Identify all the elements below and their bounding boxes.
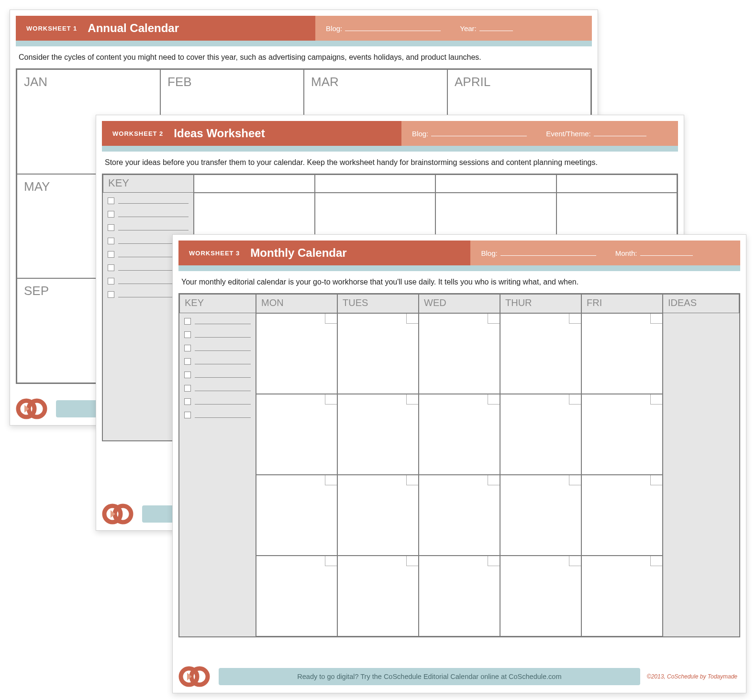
checkbox-icon[interactable] [184, 398, 191, 405]
day-header: MON [256, 294, 337, 313]
day-cell[interactable] [419, 394, 500, 475]
day-cell[interactable] [419, 313, 500, 394]
checkbox-icon[interactable] [108, 197, 114, 204]
teal-bar [178, 265, 740, 271]
day-cell[interactable] [419, 556, 500, 636]
checkbox-icon[interactable] [108, 251, 114, 258]
footer: Ready to go digital? Try the CoSchedule … [178, 666, 740, 687]
copyright-text: ©2013, CoSchedule by Todaymade [647, 673, 740, 680]
checkbox-icon[interactable] [184, 358, 191, 365]
key-item[interactable] [184, 345, 251, 351]
key-line[interactable] [195, 412, 251, 418]
blog-line[interactable] [500, 249, 596, 256]
key-line[interactable] [195, 332, 251, 338]
key-line[interactable] [118, 225, 189, 230]
worksheet-label: WORKSHEET 1 [26, 25, 77, 32]
checkbox-icon[interactable] [108, 211, 114, 218]
header-right: Blog: Month: [470, 241, 740, 265]
header: WORKSHEET 2 Ideas Worksheet Blog: Event/… [102, 121, 678, 146]
day-cell[interactable] [500, 394, 581, 475]
day-cell[interactable] [500, 556, 581, 636]
svg-point-1 [29, 401, 45, 417]
monthly-grid: KEY MON TUES WED THUR FRI IDEAS [178, 293, 740, 637]
key-item[interactable] [108, 224, 189, 231]
blog-line[interactable] [431, 129, 527, 136]
key-line[interactable] [195, 399, 251, 405]
checkbox-icon[interactable] [184, 318, 191, 325]
day-cell[interactable] [256, 556, 337, 636]
key-item[interactable] [184, 318, 251, 325]
event-line[interactable] [594, 129, 646, 136]
day-cell[interactable] [256, 475, 337, 556]
ideas-column[interactable] [663, 313, 739, 636]
ideas-header: IDEAS [663, 294, 739, 313]
day-cell[interactable] [581, 394, 663, 475]
checkbox-icon[interactable] [108, 291, 114, 298]
key-line[interactable] [195, 359, 251, 364]
key-item[interactable] [108, 211, 189, 218]
key-header: KEY [103, 175, 194, 193]
day-cell[interactable] [337, 394, 419, 475]
key-header: KEY [179, 294, 256, 313]
checkbox-icon[interactable] [184, 412, 191, 418]
month-line[interactable] [640, 249, 693, 256]
blog-label: Blog: [412, 130, 428, 138]
checkbox-icon[interactable] [184, 385, 191, 392]
key-item[interactable] [184, 358, 251, 365]
day-cell[interactable] [581, 556, 663, 636]
teal-bar [102, 146, 678, 152]
year-line[interactable] [479, 24, 513, 31]
key-line[interactable] [118, 198, 189, 204]
day-cell[interactable] [419, 475, 500, 556]
worksheet-title: Monthly Calendar [250, 246, 346, 260]
checkbox-icon[interactable] [108, 238, 114, 244]
blog-line[interactable] [345, 24, 441, 31]
day-cell[interactable] [581, 475, 663, 556]
key-item[interactable] [184, 331, 251, 338]
header: WORKSHEET 3 Monthly Calendar Blog: Month… [178, 241, 740, 265]
key-item[interactable] [184, 385, 251, 392]
checkbox-icon[interactable] [184, 345, 191, 351]
header-left: WORKSHEET 1 Annual Calendar [16, 16, 315, 41]
year-field: Year: [460, 24, 512, 33]
key-item[interactable] [184, 412, 251, 418]
col-header [435, 175, 556, 193]
day-cell[interactable] [337, 556, 419, 636]
day-cell[interactable] [256, 394, 337, 475]
checkbox-icon[interactable] [108, 278, 114, 284]
key-item[interactable] [108, 197, 189, 204]
day-cell[interactable] [337, 475, 419, 556]
month-label: Month: [615, 249, 637, 257]
teal-bar [16, 41, 592, 46]
svg-point-5 [191, 668, 208, 685]
day-header: FRI [581, 294, 663, 313]
day-cell[interactable] [500, 313, 581, 394]
day-cell[interactable] [337, 313, 419, 394]
worksheet-title: Ideas Worksheet [174, 127, 265, 140]
event-label: Event/Theme: [546, 130, 590, 138]
key-line[interactable] [195, 345, 251, 351]
checkbox-icon[interactable] [184, 372, 191, 378]
key-line[interactable] [195, 385, 251, 391]
checkbox-icon[interactable] [108, 224, 114, 231]
key-line[interactable] [118, 211, 189, 217]
checkbox-icon[interactable] [108, 264, 114, 271]
day-cell[interactable] [256, 313, 337, 394]
month-field: Month: [615, 249, 693, 257]
key-item[interactable] [184, 372, 251, 378]
worksheet-label: WORKSHEET 3 [189, 250, 240, 257]
coschedule-logo-icon [178, 666, 212, 687]
key-item[interactable] [184, 398, 251, 405]
day-cell[interactable] [500, 475, 581, 556]
key-line[interactable] [195, 372, 251, 378]
coschedule-logo-icon [102, 503, 135, 525]
day-cell[interactable] [581, 313, 663, 394]
footer-bar: Ready to go digital? Try the CoSchedule … [219, 668, 640, 685]
blog-field: Blog: [481, 249, 596, 257]
header-right: Blog: Year: [315, 16, 592, 41]
key-line[interactable] [195, 318, 251, 324]
checkbox-icon[interactable] [184, 331, 191, 338]
day-header: TUES [337, 294, 419, 313]
event-field: Event/Theme: [546, 129, 646, 138]
col-header [315, 175, 436, 193]
